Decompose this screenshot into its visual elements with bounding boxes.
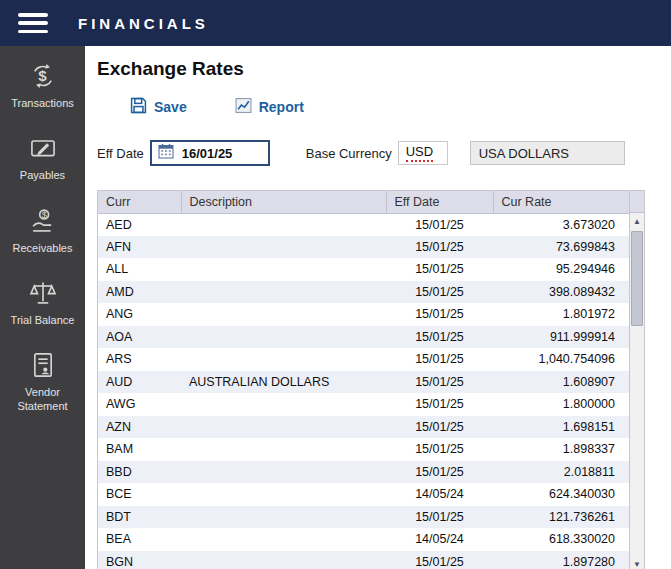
rates-table: Curr Description Eff Date Cur Rate AED 1… [98, 191, 629, 569]
base-currency-name: USA DOLLARS [479, 146, 569, 161]
app-title: FINANCIALS [78, 15, 209, 32]
main-panel: Exchange Rates Save [85, 46, 671, 569]
base-currency-label: Base Currency [306, 146, 392, 161]
table-row[interactable]: AED 15/01/25 3.673020 [98, 213, 629, 236]
receivables-icon: $ [29, 207, 57, 235]
filter-row: Eff Date [97, 140, 671, 166]
col-header-cur-rate: Cur Rate [493, 191, 629, 213]
table-row[interactable]: BCE 14/05/24 624.340030 [98, 483, 629, 506]
sidebar-item-label: Receivables [13, 241, 73, 255]
sidebar-item-label: Vendor Statement [3, 385, 83, 414]
table-row[interactable]: AZN 15/01/25 1.698151 [98, 416, 629, 439]
sidebar-item-vendor-statement[interactable]: Vendor Statement [3, 351, 83, 414]
menu-icon[interactable] [18, 13, 48, 33]
table-header-row: Curr Description Eff Date Cur Rate [98, 191, 629, 213]
table-row[interactable]: AUD AUSTRALIAN DOLLARS 15/01/25 1.608907 [98, 371, 629, 394]
table-row[interactable]: BBD 15/01/25 2.018811 [98, 461, 629, 484]
scrollbar-track[interactable] [630, 230, 644, 556]
sidebar: $ Transactions Payables $ [0, 46, 85, 569]
table-row[interactable]: BEA 14/05/24 618.330020 [98, 528, 629, 551]
svg-text:$: $ [38, 67, 47, 84]
eff-date-label: Eff Date [97, 146, 144, 161]
eff-date-value: 16/01/25 [182, 146, 233, 161]
topbar: FINANCIALS [0, 0, 671, 46]
sidebar-item-receivables[interactable]: $ Receivables [3, 207, 83, 255]
transactions-icon: $ [29, 62, 57, 90]
vertical-scrollbar: ▲ ▼ [629, 191, 644, 569]
base-currency-input[interactable]: USD [398, 141, 448, 165]
sidebar-item-transactions[interactable]: $ Transactions [3, 62, 83, 110]
table-row[interactable]: AWG 15/01/25 1.800000 [98, 393, 629, 416]
report-label: Report [259, 99, 304, 115]
trial-balance-icon [29, 279, 57, 307]
base-currency-name-field: USA DOLLARS [470, 141, 625, 165]
rates-table-body: AED 15/01/25 3.673020 AFN 15/01/25 73.69… [98, 213, 629, 569]
scrollbar-header-spacer [630, 191, 644, 213]
app-window: FINANCIALS $ Transactions [0, 0, 671, 569]
table-row[interactable]: AOA 15/01/25 911.999914 [98, 326, 629, 349]
eff-date-input[interactable]: 16/01/25 [150, 140, 270, 166]
toolbar: Save Report [130, 96, 671, 118]
save-button[interactable]: Save [130, 97, 187, 117]
table-row[interactable]: ALL 15/01/25 95.294946 [98, 258, 629, 281]
payables-icon [29, 134, 57, 162]
scrollbar-down-button[interactable]: ▼ [630, 556, 644, 569]
sidebar-item-payables[interactable]: Payables [3, 134, 83, 182]
sidebar-item-label: Trial Balance [11, 313, 75, 327]
col-header-curr: Curr [98, 191, 181, 213]
save-label: Save [154, 99, 187, 115]
col-header-description: Description [181, 191, 386, 213]
report-button[interactable]: Report [235, 97, 304, 117]
table-row[interactable]: BDT 15/01/25 121.736261 [98, 506, 629, 529]
report-icon [235, 97, 252, 117]
scrollbar-thumb[interactable] [631, 231, 643, 326]
table-row[interactable]: BAM 15/01/25 1.898337 [98, 438, 629, 461]
table-row[interactable]: AMD 15/01/25 398.089432 [98, 281, 629, 304]
table-row[interactable]: ARS 15/01/25 1,040.754096 [98, 348, 629, 371]
vendor-statement-icon [29, 351, 57, 379]
table-row[interactable]: AFN 15/01/25 73.699843 [98, 236, 629, 259]
save-icon [130, 97, 147, 117]
rates-grid: Curr Description Eff Date Cur Rate AED 1… [97, 190, 645, 569]
page-title: Exchange Rates [97, 58, 671, 80]
table-row[interactable]: ANG 15/01/25 1.801972 [98, 303, 629, 326]
svg-text:$: $ [41, 210, 47, 220]
table-row[interactable]: BGN 15/01/25 1.897280 [98, 551, 629, 569]
sidebar-item-label: Transactions [11, 96, 74, 110]
base-currency-code: USD [406, 144, 433, 162]
scrollbar-up-button[interactable]: ▲ [630, 213, 644, 230]
calendar-icon[interactable] [158, 143, 174, 163]
col-header-eff-date: Eff Date [386, 191, 493, 213]
sidebar-item-trial-balance[interactable]: Trial Balance [3, 279, 83, 327]
sidebar-item-label: Payables [20, 168, 65, 182]
